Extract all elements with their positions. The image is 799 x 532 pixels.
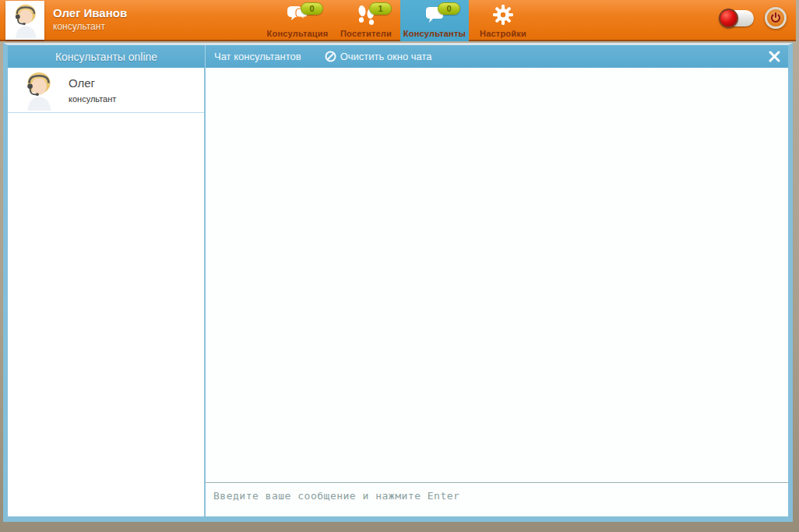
desktop-background: Олег Иванов консультант 0 Консультация [0,0,799,532]
header-controls [721,7,787,29]
current-user-name: Олег Иванов [53,6,127,19]
tab-visitors-label: Посетители [332,29,400,38]
tab-settings-label: Настройки [469,29,537,38]
consultant-avatar-icon [18,70,58,111]
tab-settings[interactable]: Настройки [469,0,537,41]
main-body: Консультанты online Чат консультантов Оч… [3,43,793,522]
clear-chat-button[interactable]: Очистить окно чата [325,51,432,62]
visitors-badge: 1 [369,2,392,15]
app-header: Олег Иванов консультант 0 Консультация [0,0,796,41]
current-user-avatar [5,1,44,40]
tab-consultation-label: Консультация [263,29,332,38]
chat-message-log[interactable] [206,68,788,482]
power-button[interactable] [765,7,787,29]
tab-consultants[interactable]: 0 Консультанты [400,0,469,41]
chat-message-input[interactable] [213,490,780,502]
main-nav-tabs: 0 Консультация [263,0,537,41]
current-user-role: консультант [53,21,105,32]
panel-header-row: Консультанты online Чат консультантов Оч… [8,45,788,68]
chat-input-area [206,482,788,516]
chat-header: Чат консультантов Очистить окно чата [206,45,788,68]
consultants-badge: 0 [438,2,460,15]
app-window: Олег Иванов консультант 0 Консультация [0,0,796,522]
power-icon [770,12,781,23]
sidebar-header: Консультанты online [8,45,206,68]
tab-consultants-label: Консультанты [400,29,469,38]
close-icon[interactable] [768,50,781,63]
consultation-badge: 0 [301,2,323,15]
consultant-texts: Олег консультант [69,76,116,104]
main-row: Олег консультант [8,68,788,516]
tab-consultation[interactable]: 0 Консультация [263,0,332,41]
tab-visitors[interactable]: 1 Посетители [332,0,400,41]
consultant-avatar [18,70,58,111]
consultants-online-list: Олег консультант [8,68,206,516]
status-toggle-knob [719,9,738,28]
chat-title: Чат консультантов [214,51,301,62]
consultant-list-item[interactable]: Олег консультант [8,68,204,113]
gear-icon [491,4,515,26]
consultant-role: консультант [69,94,116,104]
consultant-name: Олег [69,76,116,90]
clear-chat-label: Очистить окно чата [340,51,432,62]
chat-area [206,68,788,516]
ban-circle-icon [325,51,336,62]
consultant-avatar-icon [7,2,43,38]
status-toggle[interactable] [721,10,754,26]
